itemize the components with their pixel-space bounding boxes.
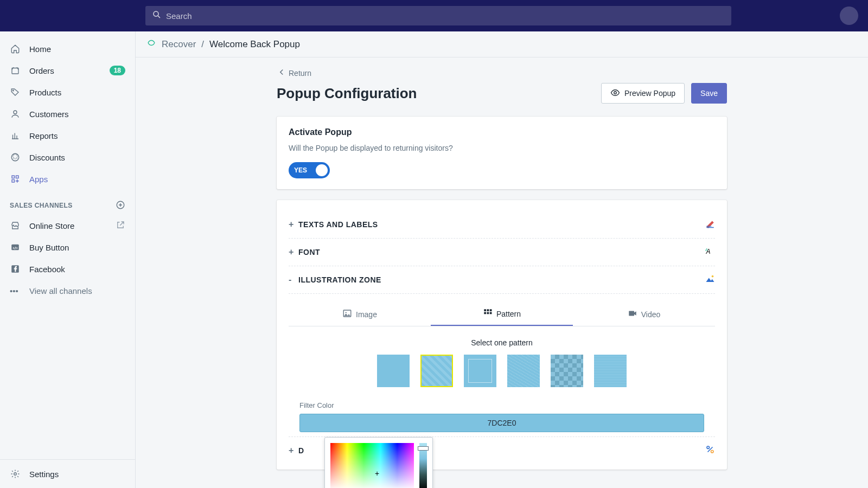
page-title: Popup Configuration — [277, 85, 417, 102]
svg-point-16 — [712, 275, 714, 278]
search-input[interactable] — [145, 6, 731, 25]
return-link[interactable]: Return — [277, 67, 311, 79]
illustration-section-icon — [705, 274, 715, 286]
svg-rect-2 — [12, 68, 18, 74]
svg-point-3 — [12, 90, 14, 91]
pattern-swatch-solid[interactable] — [377, 355, 410, 387]
color-picker-hue-slider[interactable] — [419, 443, 427, 488]
color-picker-area[interactable]: + — [330, 443, 414, 488]
activate-card: Activate Popup Will the Popup be display… — [277, 117, 727, 189]
percent-section-icon — [705, 445, 715, 457]
chart-icon — [10, 130, 21, 141]
filter-color-input[interactable]: 7DC2E0 — [299, 414, 704, 432]
accordion-title: FONT — [298, 248, 320, 256]
pattern-swatch-pixel[interactable] — [551, 355, 583, 387]
svg-point-13 — [614, 91, 617, 94]
collapse-icon: - — [289, 275, 298, 285]
breadcrumb-separator: / — [201, 39, 204, 50]
hue-slider-handle[interactable] — [418, 446, 429, 451]
accordion-illustration[interactable]: - ILLUSTRATION ZONE — [289, 266, 715, 294]
sidebar-item-home[interactable]: Home — [0, 38, 135, 60]
svg-rect-24 — [490, 312, 492, 314]
accordion-font[interactable]: + FONT AA — [289, 239, 715, 266]
color-picker-cursor: + — [375, 469, 379, 478]
sidebar-item-apps[interactable]: Apps — [0, 168, 135, 190]
breadcrumb-page: Welcome Back Popup — [209, 39, 300, 50]
grid-icon — [483, 308, 493, 319]
breadcrumb: Recover / Welcome Back Popup — [136, 31, 868, 57]
gear-icon — [10, 468, 21, 479]
sidebar-item-label: Apps — [29, 175, 48, 184]
svg-line-28 — [708, 447, 713, 452]
sidebar-item-settings[interactable]: Settings — [0, 460, 135, 488]
video-icon — [628, 309, 637, 320]
font-section-icon: AA — [705, 246, 715, 258]
sidebar-item-orders[interactable]: Orders 18 — [0, 60, 135, 81]
accordion-discount[interactable]: + D + — [289, 436, 715, 464]
user-icon — [10, 108, 21, 119]
pattern-swatch-diagonal[interactable] — [420, 355, 453, 387]
add-channel-icon[interactable] — [116, 200, 125, 211]
sidebar-item-label: Discounts — [29, 153, 65, 162]
svg-rect-7 — [16, 176, 19, 178]
svg-rect-19 — [484, 309, 486, 311]
chevron-left-icon — [277, 67, 286, 79]
svg-rect-21 — [490, 309, 492, 311]
svg-rect-20 — [487, 309, 489, 311]
channel-label: Facebook — [29, 265, 65, 274]
tab-label: Image — [356, 310, 377, 319]
eye-icon — [610, 88, 620, 99]
activate-toggle[interactable]: YES — [289, 162, 330, 178]
activate-title: Activate Popup — [289, 127, 715, 137]
channel-buy-button[interactable]: Buy Button — [0, 236, 135, 258]
config-card: + TEXTS AND LABELS + FONT AA - ILLUSTRAT… — [277, 200, 727, 470]
orders-icon — [10, 65, 21, 76]
ellipsis-icon: ••• — [10, 286, 21, 296]
accordion-title: D — [298, 446, 304, 455]
tab-image[interactable]: Image — [289, 303, 431, 326]
sidebar-item-discounts[interactable]: Discounts — [0, 146, 135, 168]
store-icon — [10, 220, 21, 231]
breadcrumb-app[interactable]: Recover — [162, 39, 196, 50]
code-icon — [10, 242, 21, 253]
save-button[interactable]: Save — [691, 83, 727, 104]
sidebar-item-products[interactable]: Products — [0, 81, 135, 103]
toggle-label: YES — [294, 166, 307, 174]
svg-rect-25 — [629, 311, 634, 316]
accordion-texts[interactable]: + TEXTS AND LABELS — [289, 211, 715, 239]
pattern-swatch-fabric[interactable] — [594, 355, 627, 387]
channel-label: Online Store — [29, 221, 74, 230]
channels-header: SALES CHANNELS — [10, 202, 73, 209]
pattern-swatch-lines[interactable] — [507, 355, 540, 387]
expand-icon: + — [289, 247, 298, 257]
home-icon — [10, 43, 21, 54]
svg-point-27 — [711, 451, 714, 453]
svg-rect-6 — [12, 176, 15, 178]
accordion-title: ILLUSTRATION ZONE — [298, 275, 381, 284]
svg-point-0 — [154, 11, 158, 16]
sidebar-item-customers[interactable]: Customers — [0, 103, 135, 125]
image-icon — [342, 309, 352, 320]
view-all-channels[interactable]: ••• View all channels — [0, 280, 135, 301]
channel-facebook[interactable]: Facebook — [0, 258, 135, 280]
preview-popup-button[interactable]: Preview Popup — [601, 83, 685, 104]
avatar[interactable] — [840, 7, 858, 25]
expand-icon: + — [289, 220, 298, 229]
pattern-swatch-frame[interactable] — [464, 355, 496, 387]
return-label: Return — [289, 69, 311, 78]
discount-icon — [10, 152, 21, 163]
tab-video[interactable]: Video — [573, 303, 715, 326]
svg-rect-22 — [484, 312, 486, 314]
view-all-label: View all channels — [29, 286, 92, 296]
tag-icon — [10, 87, 21, 98]
sidebar-item-reports[interactable]: Reports — [0, 125, 135, 146]
svg-point-18 — [346, 312, 347, 313]
external-link-icon[interactable] — [116, 220, 125, 232]
settings-label: Settings — [29, 470, 59, 479]
svg-point-4 — [14, 111, 17, 114]
channel-online-store[interactable]: Online Store — [0, 215, 135, 236]
svg-rect-8 — [12, 180, 15, 183]
sidebar-item-label: Products — [29, 88, 61, 97]
tab-pattern[interactable]: Pattern — [431, 303, 573, 326]
search-icon — [152, 10, 162, 22]
